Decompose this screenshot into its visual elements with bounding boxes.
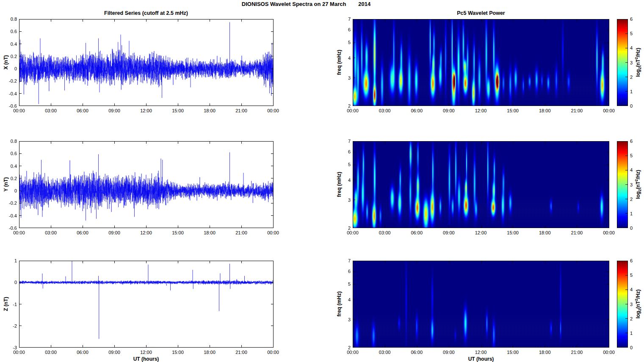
x-tick-label: 09:00 — [438, 349, 459, 355]
x-tick-label: 09:00 — [438, 230, 459, 236]
colorbar-row1 — [617, 19, 628, 106]
freq-tick-label: 4 — [340, 55, 351, 61]
y-tick-label: 0 — [1, 188, 17, 194]
ut-hours-label-right: UT (hours) — [468, 356, 494, 362]
freq-tick-label: 7 — [340, 138, 351, 144]
x-tick-label: 12:00 — [470, 349, 492, 355]
y-tick-label: 0.8 — [1, 138, 17, 144]
x-tick-label: 18:00 — [199, 349, 220, 355]
y-tick-label: 0 — [1, 279, 17, 285]
x-tick-label: 18:00 — [534, 349, 556, 355]
colorbar-tick-label: 5 — [630, 153, 638, 159]
colorbar-tick-label: 0 — [630, 225, 638, 231]
colorbar-tick-label: 0 — [630, 345, 638, 351]
x-tick-label: 00:00 — [263, 349, 284, 355]
y-tick-label: -0.4 — [1, 213, 17, 219]
x-tick-label: 00:00 — [342, 349, 363, 355]
cb-label-sup: 2 — [634, 299, 638, 301]
freq-tick-label: 5 — [340, 39, 351, 45]
y-wavelet-spectrogram — [353, 141, 609, 228]
freq-tick-label: 7 — [340, 16, 351, 22]
x-tick-label: 06:00 — [72, 230, 93, 236]
filtered-series-title: Filtered Series (cutoff at 2.5 mHz) — [104, 10, 188, 16]
x-tick-label: 00:00 — [263, 230, 284, 236]
cb-label-sup: 2 — [634, 57, 638, 59]
x-tick-label: 03:00 — [374, 230, 395, 236]
y-series-plot — [19, 141, 274, 228]
colorbar-tick-label: 2 — [630, 316, 638, 322]
colorbar-tick-label: 1 — [630, 89, 638, 95]
freq-ylabel-row2: freq (mHz) — [336, 172, 342, 197]
z-wavelet-spectrogram — [353, 261, 609, 348]
colorbar-row3 — [617, 261, 628, 348]
y-tick-label: 0 — [1, 66, 17, 72]
y-tick-label: -0.2 — [1, 78, 17, 84]
x-tick-label: 00:00 — [263, 108, 284, 114]
y-tick-label: -2 — [1, 323, 17, 329]
x-tick-label: 12:00 — [135, 349, 157, 355]
colorbar-tick-label: 4 — [630, 287, 638, 292]
y-tick-label: -1 — [1, 301, 17, 307]
x-tick-label: 00:00 — [8, 230, 30, 236]
x-tick-label: 21:00 — [566, 230, 587, 236]
x-tick-label: 18:00 — [199, 108, 220, 114]
colorbar-tick-label: 5 — [630, 272, 638, 278]
y-tick-label: 0.2 — [1, 53, 17, 59]
x-tick-label: 09:00 — [104, 230, 125, 236]
colorbar-tick-label: 1 — [630, 211, 638, 217]
colorbar-tick-label: 0 — [630, 103, 638, 109]
figure-title: DIONISOS Wavelet Spectra on 27 March 201… — [242, 1, 370, 7]
figure: DIONISOS Wavelet Spectra on 27 March 201… — [0, 0, 644, 362]
x-tick-label: 21:00 — [566, 349, 587, 355]
x-tick-label: 15:00 — [167, 108, 188, 114]
freq-tick-label: 7 — [340, 258, 351, 264]
x-tick-label: 15:00 — [167, 230, 188, 236]
cb-label-sub: 2 — [638, 67, 642, 69]
x-tick-label: 18:00 — [199, 230, 220, 236]
y-tick-label: 1 — [1, 258, 17, 264]
x-tick-label: 03:00 — [40, 108, 61, 114]
x-tick-label: 21:00 — [231, 108, 252, 114]
y-tick-label: 0.6 — [1, 28, 17, 34]
freq-ylabel-row1: freq (mHz) — [336, 50, 342, 75]
colorbar-tick-label: 5 — [630, 31, 638, 36]
x-tick-label: 03:00 — [40, 349, 61, 355]
colorbar-tick-label: 3 — [630, 60, 638, 66]
x-tick-label: 06:00 — [406, 108, 427, 114]
cb-label-sup: 2 — [634, 179, 638, 181]
colorbar-tick-label: 6 — [630, 16, 638, 22]
x-tick-label: 15:00 — [502, 230, 523, 236]
colorbar-tick-label: 6 — [630, 138, 638, 144]
y-tick-label: 0.4 — [1, 41, 17, 47]
x-tick-label: 00:00 — [342, 108, 363, 114]
x-tick-label: 00:00 — [598, 349, 619, 355]
y-tick-label: -0.2 — [1, 200, 17, 206]
cb-label-sub: 2 — [638, 309, 642, 311]
y-tick-label: 0.4 — [1, 163, 17, 169]
freq-tick-label: 4 — [340, 297, 351, 303]
freq-tick-label: 6 — [340, 268, 351, 274]
x-tick-label: 12:00 — [470, 230, 492, 236]
x-tick-label: 00:00 — [342, 230, 363, 236]
freq-tick-label: 5 — [340, 281, 351, 287]
freq-tick-label: 4 — [340, 177, 351, 183]
x-tick-label: 06:00 — [72, 349, 93, 355]
y-tick-label: 0.8 — [1, 16, 17, 22]
freq-ylabel-row3: freq (mHz) — [336, 291, 342, 316]
x-tick-label: 09:00 — [104, 108, 125, 114]
x-tick-label: 15:00 — [167, 349, 188, 355]
z-series-plot — [19, 261, 274, 348]
colorbar-tick-label: 2 — [630, 196, 638, 202]
x-tick-label: 00:00 — [598, 108, 619, 114]
x-tick-label: 09:00 — [104, 349, 125, 355]
x-tick-label: 03:00 — [40, 230, 61, 236]
freq-tick-label: 3 — [340, 317, 351, 323]
ut-hours-label-left: UT (hours) — [133, 356, 159, 362]
x-series-plot — [19, 19, 274, 106]
freq-tick-label: 3 — [340, 75, 351, 81]
x-tick-label: 15:00 — [502, 349, 523, 355]
freq-tick-label: 3 — [340, 197, 351, 203]
x-tick-label: 03:00 — [374, 349, 395, 355]
x-tick-label: 09:00 — [438, 108, 459, 114]
freq-tick-label: 6 — [340, 149, 351, 155]
